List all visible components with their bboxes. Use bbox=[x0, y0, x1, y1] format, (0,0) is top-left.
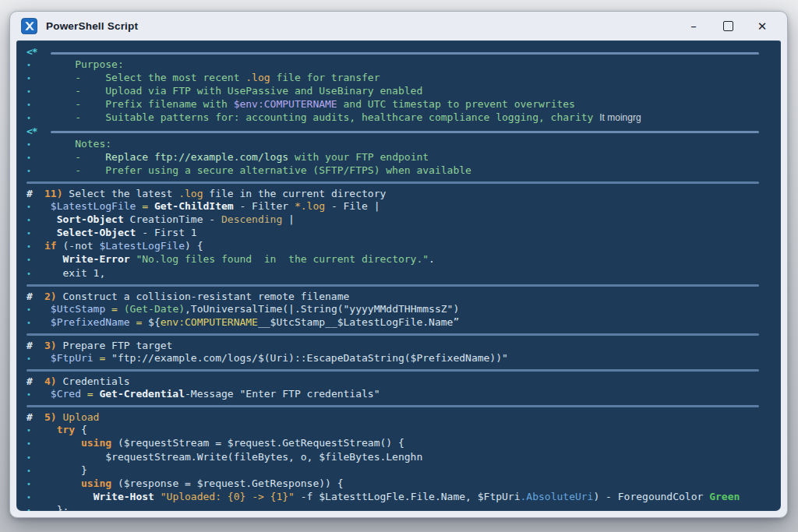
bullet-marker: • bbox=[26, 59, 44, 72]
code-token: __ bbox=[325, 316, 337, 329]
code-token: Green bbox=[709, 491, 740, 503]
code-line: • Write-Error "No.log files found in the… bbox=[26, 253, 773, 266]
bullet-marker: • bbox=[26, 317, 44, 329]
code-line: #2) Construct a collision-resistant remo… bbox=[26, 291, 773, 303]
code-token: | bbox=[374, 200, 380, 213]
minimize-button[interactable]: – bbox=[676, 15, 711, 38]
code-line: • } bbox=[26, 464, 773, 477]
code-line: • $UtcStamp = (Get-Date),ToUniversalTime… bbox=[26, 303, 773, 316]
code-token: 2) bbox=[44, 291, 57, 303]
code-token: - bbox=[44, 151, 105, 164]
code-token: Upload bbox=[62, 411, 99, 424]
code-token bbox=[44, 213, 57, 226]
bullet-marker: • bbox=[26, 165, 44, 178]
code-token: CreationTime - bbox=[124, 213, 221, 226]
code-token: and UTC timestap to prevent overwrites bbox=[337, 98, 575, 111]
code-line: • - Select the most recent .log file for… bbox=[26, 72, 773, 85]
code-line: •if (-not $LatestLogFile) { bbox=[26, 240, 773, 253]
close-button[interactable]: ✕ bbox=[745, 15, 779, 38]
bullet-marker: • bbox=[26, 268, 44, 280]
code-token bbox=[118, 303, 124, 315]
window-title: PowerShell Script bbox=[46, 20, 138, 32]
code-token: $requestStream.Write(fileBytes, o, $file… bbox=[44, 451, 422, 463]
code-token: (-not bbox=[57, 240, 100, 252]
maximize-button[interactable] bbox=[711, 15, 745, 38]
code-token: $FtpUri bbox=[51, 352, 94, 365]
bullet-marker: • bbox=[26, 491, 44, 504]
section-divider bbox=[26, 178, 773, 188]
code-token: $Cred bbox=[51, 388, 81, 400]
code-token: ) - ForegoundColor bbox=[593, 491, 709, 503]
desktop-background: PowerShell Script – ✕ <*• Purpose:• - Se… bbox=[0, 0, 798, 532]
code-token bbox=[44, 303, 51, 315]
code-line: • - Prefer using a secure alternative (S… bbox=[26, 164, 773, 178]
code-token: | bbox=[282, 213, 295, 226]
code-token: Sort-Object bbox=[57, 213, 124, 226]
code-token: 4) bbox=[44, 375, 57, 388]
code-token: = bbox=[136, 316, 142, 329]
code-token: - First 1 bbox=[136, 227, 196, 239]
code-token: }; bbox=[44, 504, 69, 511]
comment-rule-line bbox=[51, 52, 759, 55]
code-token: -f $LatesttLogFle.File.Name, $FtpUri bbox=[295, 491, 521, 503]
code-token: = bbox=[111, 303, 118, 315]
code-line: • exit 1, bbox=[26, 267, 773, 280]
code-token: ,ToUniversalTime(|.String("yyyyMMddTHHmm… bbox=[185, 303, 459, 315]
code-line: • using ($response = $request.GetRespons… bbox=[26, 477, 773, 491]
code-token: ($response = $request.GetResponse)) { bbox=[111, 477, 343, 490]
divider-line bbox=[26, 284, 759, 287]
code-token: "ftp://example.com/logs/$(Uri)::EscapeDa… bbox=[111, 352, 508, 365]
code-token bbox=[44, 437, 81, 449]
bullet-marker: • bbox=[26, 425, 44, 437]
code-token: Select the latest bbox=[62, 188, 178, 200]
bullet-marker: • bbox=[26, 254, 44, 266]
code-token: if bbox=[44, 240, 57, 252]
divider-line bbox=[26, 369, 759, 372]
code-token: using bbox=[81, 477, 111, 490]
code-token: = bbox=[87, 388, 94, 400]
code-token: Notes: bbox=[44, 138, 111, 150]
code-token: $UtcStamp bbox=[51, 303, 105, 315]
code-line: • Notes: bbox=[26, 138, 773, 151]
code-token: 11) bbox=[44, 188, 62, 200]
code-token: "No.log files found in the current direc… bbox=[136, 253, 429, 266]
code-token: using bbox=[81, 437, 111, 449]
title-bar[interactable]: PowerShell Script – ✕ bbox=[10, 12, 787, 41]
code-line: • Write-Host "Uploaded: {0} -> {1}" -f $… bbox=[26, 491, 773, 504]
code-token: } bbox=[44, 464, 87, 477]
code-token: ($requestStream = $request.GetRequestStr… bbox=[111, 437, 404, 449]
code-token bbox=[94, 352, 100, 365]
code-line: • $requestStream.Write(fileBytes, o, $fi… bbox=[26, 451, 773, 464]
code-line: • - Replace ftp://example.com/logs with … bbox=[26, 151, 773, 164]
code-token: *.log bbox=[295, 200, 325, 213]
code-token bbox=[44, 352, 51, 365]
code-line: • - Upload via FTP with UsePassive and U… bbox=[26, 85, 773, 98]
code-token: .log bbox=[245, 72, 270, 84]
code-token: ” bbox=[453, 316, 459, 329]
code-token: Construct a collision-resistant remote f… bbox=[57, 291, 350, 303]
section-divider bbox=[26, 401, 773, 411]
script-code-panel[interactable]: <*• Purpose:• - Select the most recent .… bbox=[16, 41, 781, 511]
comment-rule-line bbox=[51, 131, 759, 133]
code-token bbox=[44, 388, 51, 400]
code-token bbox=[44, 424, 57, 436]
code-line: • Purpose: bbox=[26, 58, 773, 72]
code-line: #3) Prepare FTP target bbox=[26, 340, 773, 352]
code-token: "Uploaded: {0} -> {1}" bbox=[161, 491, 295, 503]
bullet-marker: • bbox=[26, 438, 44, 450]
bullet-marker: • bbox=[26, 72, 44, 85]
comment-block-marker: <* bbox=[26, 46, 44, 58]
bullet-marker: • bbox=[26, 152, 44, 164]
code-token: exit 1, bbox=[44, 267, 105, 280]
code-token: - Suitable patterns for: accounting audi… bbox=[44, 111, 599, 124]
code-token: $PrefixedName bbox=[51, 316, 130, 329]
bullet-marker: • bbox=[26, 304, 44, 316]
code-token bbox=[148, 200, 154, 213]
code-line: • $LatestLogFile = Get-ChildItem - Filte… bbox=[26, 200, 773, 213]
code-line: • - Suitable patterns for: accounting au… bbox=[26, 111, 773, 125]
code-line: • $FtpUri = "ftp://example.com/logs/$(Ur… bbox=[26, 352, 773, 365]
code-token: . bbox=[429, 253, 435, 266]
comment-block-marker: <* bbox=[26, 125, 44, 138]
code-token: Get-Credential bbox=[99, 388, 185, 400]
bullet-marker: • bbox=[26, 452, 44, 464]
